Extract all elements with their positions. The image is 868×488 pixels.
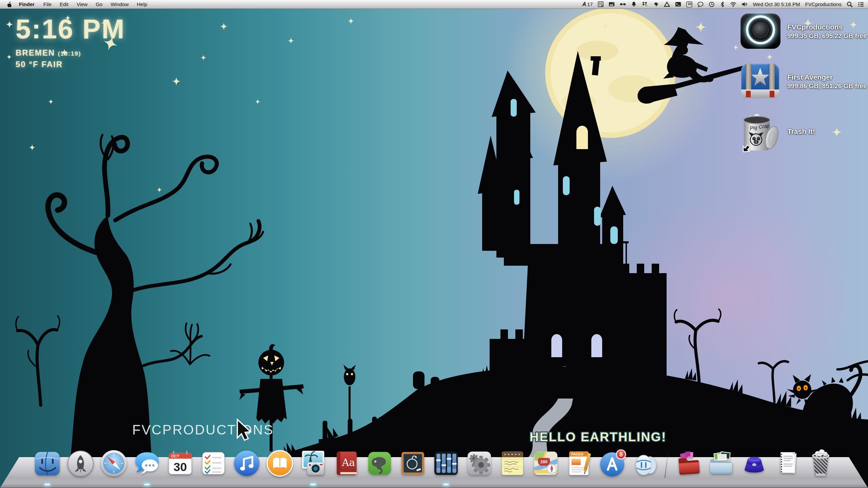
appcleaner-icon	[397, 447, 429, 479]
notification-center-icon[interactable]	[858, 1, 864, 7]
dock-item-safari[interactable]	[98, 447, 130, 479]
goggles-icon[interactable]	[620, 1, 626, 7]
a-menu-icon: A	[582, 1, 586, 7]
menu-go[interactable]: Go	[92, 1, 106, 7]
menu-calendar-day: 30	[686, 2, 692, 6]
dropbox-icon[interactable]	[642, 1, 648, 7]
finder-icon	[32, 447, 63, 479]
tron-drive-icon	[741, 14, 781, 49]
dock-item-evernote[interactable]	[364, 447, 396, 479]
dock-item-finder[interactable]	[32, 447, 63, 479]
itunes-icon	[231, 447, 263, 479]
dock-items: OCT30 Aa	[32, 447, 837, 479]
dock-item-maps[interactable]: 280	[530, 447, 562, 479]
dock: OCT30 Aa	[0, 437, 868, 488]
evernote-elephant-icon[interactable]	[653, 1, 659, 7]
time-machine-icon[interactable]	[709, 1, 715, 7]
svg-text:Aa: Aa	[341, 457, 355, 468]
menu-datetime[interactable]: Wed Oct 30 5:16 PM	[753, 1, 800, 7]
dock-item-red-folder-stack[interactable]	[672, 447, 704, 479]
clock-widget: 5:16 PM BREMEN (18:19) 50 °F FAIR	[16, 14, 125, 69]
apple-menu[interactable]	[5, 1, 14, 7]
spotlight-icon[interactable]	[847, 1, 853, 7]
menu-bar-left: Finder File Edit View Go Window Help	[0, 1, 151, 7]
menu-window[interactable]: Window	[106, 1, 133, 7]
notes-icon	[497, 447, 529, 479]
red-folder-stack-icon	[672, 447, 704, 479]
grid-icon[interactable]	[598, 1, 604, 7]
trash-full-icon	[805, 447, 837, 479]
trash-app-label: Trash It!	[787, 127, 815, 136]
menu-help[interactable]: Help	[133, 1, 152, 7]
menu-edit[interactable]: Edit	[56, 1, 73, 7]
desktop[interactable]: FVCPRODUCTIONS HELLO EARTHLING! Finder F…	[0, 0, 868, 488]
widget-location: BREMEN	[16, 48, 55, 57]
audio-levels-icon	[430, 447, 462, 479]
volume-icon[interactable]	[742, 1, 748, 7]
dock-item-notes[interactable]	[497, 447, 529, 479]
svg-text:8: 8	[619, 451, 623, 458]
dock-item-audio-levels[interactable]	[430, 447, 462, 479]
dock-item-app-store[interactable]: 8	[596, 447, 628, 479]
app-store-icon: 8	[596, 447, 628, 479]
dock-item-papers-stack[interactable]	[772, 447, 804, 479]
trash-can-app-icon: Pig Crap	[741, 114, 781, 149]
menu-view[interactable]: View	[73, 1, 92, 7]
svg-text:280: 280	[540, 460, 548, 464]
dock-item-launchpad[interactable]	[65, 447, 97, 479]
dock-item-reminders[interactable]	[198, 447, 230, 479]
dock-divider	[664, 450, 669, 478]
dock-item-pages[interactable]: PAGES	[563, 447, 595, 479]
menu-username[interactable]: FVCproductions	[805, 1, 842, 7]
bell-icon[interactable]	[631, 1, 637, 7]
dock-item-dictionary[interactable]: Aa	[331, 447, 362, 479]
chat-bubble-icon[interactable]	[697, 1, 704, 7]
dock-item-trash[interactable]	[805, 447, 837, 479]
gemini-icon	[630, 447, 662, 479]
drive-label: First Avenger	[787, 73, 867, 81]
a-menu-count: 17	[587, 1, 593, 7]
menu-file[interactable]: File	[39, 1, 56, 7]
dictionary-icon: Aa	[331, 447, 362, 479]
widget-alt-time: (18:19)	[58, 50, 81, 57]
wifi-icon[interactable]	[730, 1, 736, 7]
desktop-icon-area: FVCproductions 999.35 GB, 695.22 GB free…	[741, 14, 867, 149]
photo-icon[interactable]	[609, 1, 615, 7]
dock-item-documents-folder-stack[interactable]	[705, 447, 737, 479]
desktop-icon-first-avenger[interactable]: First Avenger 999.86 GB, 851.26 GB free	[741, 64, 867, 99]
dock-item-purse-stack[interactable]	[738, 447, 770, 479]
reminders-icon	[198, 447, 230, 479]
google-drive-icon[interactable]	[664, 1, 670, 7]
captain-america-drive-icon	[741, 64, 781, 99]
dock-item-iphoto[interactable]	[297, 447, 329, 479]
menu-finder[interactable]: Finder	[14, 1, 39, 7]
dock-item-messages[interactable]	[131, 447, 163, 479]
svg-text:30: 30	[174, 460, 187, 474]
dock-item-appcleaner[interactable]	[397, 447, 429, 479]
menu-calendar-extra[interactable]: 30	[686, 1, 692, 7]
bluetooth-icon[interactable]	[720, 1, 725, 7]
desktop-icon-trash-it[interactable]: Pig Crap Trash It!	[741, 114, 867, 149]
wallpaper-art: FVCPRODUCTIONS HELLO EARTHLING!	[0, 0, 868, 488]
safari-icon	[98, 447, 130, 479]
widget-weather: 50 °F FAIR	[16, 60, 125, 69]
dock-item-system-preferences[interactable]	[463, 447, 495, 479]
pages-icon: PAGES	[563, 447, 595, 479]
dock-item-itunes[interactable]	[231, 447, 263, 479]
launchpad-icon	[65, 447, 97, 479]
dock-item-ibooks[interactable]	[264, 447, 296, 479]
dock-item-calendar[interactable]: OCT30	[164, 447, 196, 479]
svg-text:PAGES: PAGES	[571, 452, 584, 456]
dock-item-gemini[interactable]	[630, 447, 662, 479]
terminal-icon[interactable]	[675, 1, 681, 7]
iphoto-icon	[297, 447, 329, 479]
a17-menu-extra[interactable]: A 17	[582, 1, 593, 7]
ibooks-icon	[264, 447, 296, 479]
widget-time: 5:16 PM	[16, 14, 125, 45]
menu-bar-status: A 17 30 Wed Oct 30 5:16 PM FVCproduction…	[582, 1, 868, 7]
desktop-icon-fvcproductions[interactable]: FVCproductions 999.35 GB, 695.22 GB free	[741, 14, 867, 49]
purse-stack-icon	[738, 447, 770, 479]
messages-icon	[131, 447, 163, 479]
papers-stack-icon	[772, 447, 804, 479]
menu-bar: Finder File Edit View Go Window Help A 1…	[0, 0, 868, 9]
